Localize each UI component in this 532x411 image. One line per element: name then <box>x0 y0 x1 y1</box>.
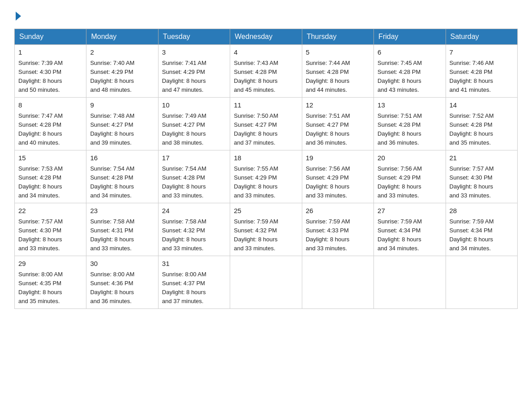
calendar-week-row: 22Sunrise: 7:57 AMSunset: 4:30 PMDayligh… <box>15 203 518 256</box>
day-number: 23 <box>90 206 154 216</box>
day-number: 15 <box>18 153 82 163</box>
day-number: 12 <box>306 100 370 111</box>
day-info: Sunrise: 7:49 AMSunset: 4:27 PMDaylight:… <box>162 111 226 148</box>
logo-blue-part <box>14 11 21 21</box>
day-number: 22 <box>18 206 82 216</box>
day-info: Sunrise: 7:58 AMSunset: 4:32 PMDaylight:… <box>162 217 226 253</box>
day-info: Sunrise: 7:53 AMSunset: 4:28 PMDaylight:… <box>18 164 82 201</box>
day-number: 14 <box>450 100 514 111</box>
calendar-cell: 22Sunrise: 7:57 AMSunset: 4:30 PMDayligh… <box>15 203 86 256</box>
day-info: Sunrise: 7:54 AMSunset: 4:28 PMDaylight:… <box>90 164 154 201</box>
calendar-cell: 20Sunrise: 7:56 AMSunset: 4:29 PMDayligh… <box>374 150 446 203</box>
calendar-cell: 8Sunrise: 7:47 AMSunset: 4:28 PMDaylight… <box>15 98 86 150</box>
day-info: Sunrise: 7:51 AMSunset: 4:27 PMDaylight:… <box>306 111 370 148</box>
day-info: Sunrise: 7:52 AMSunset: 4:28 PMDaylight:… <box>450 111 514 148</box>
calendar-cell: 13Sunrise: 7:51 AMSunset: 4:28 PMDayligh… <box>374 98 446 150</box>
calendar-cell: 17Sunrise: 7:54 AMSunset: 4:28 PMDayligh… <box>158 150 230 203</box>
day-number: 2 <box>90 47 154 58</box>
day-info: Sunrise: 7:47 AMSunset: 4:28 PMDaylight:… <box>18 111 82 148</box>
logo <box>14 11 21 21</box>
day-info: Sunrise: 7:51 AMSunset: 4:28 PMDaylight:… <box>378 111 442 148</box>
day-number: 13 <box>378 100 442 111</box>
calendar-header-row: SundayMondayTuesdayWednesdayThursdayFrid… <box>15 29 518 45</box>
day-info: Sunrise: 7:45 AMSunset: 4:28 PMDaylight:… <box>378 59 442 95</box>
day-number: 27 <box>378 206 442 216</box>
day-info: Sunrise: 7:57 AMSunset: 4:30 PMDaylight:… <box>450 164 514 201</box>
calendar-cell: 21Sunrise: 7:57 AMSunset: 4:30 PMDayligh… <box>446 150 517 203</box>
calendar-header-tuesday: Tuesday <box>158 29 230 45</box>
day-info: Sunrise: 7:44 AMSunset: 4:28 PMDaylight:… <box>306 59 370 95</box>
calendar-cell: 3Sunrise: 7:41 AMSunset: 4:29 PMDaylight… <box>158 45 230 98</box>
day-number: 1 <box>18 47 82 58</box>
calendar-cell: 14Sunrise: 7:52 AMSunset: 4:28 PMDayligh… <box>446 98 517 150</box>
day-number: 25 <box>234 206 298 216</box>
calendar-cell: 29Sunrise: 8:00 AMSunset: 4:35 PMDayligh… <box>15 256 86 309</box>
day-info: Sunrise: 7:59 AMSunset: 4:34 PMDaylight:… <box>378 217 442 253</box>
calendar-cell: 15Sunrise: 7:53 AMSunset: 4:28 PMDayligh… <box>15 150 86 203</box>
calendar-cell: 2Sunrise: 7:40 AMSunset: 4:29 PMDaylight… <box>86 45 158 98</box>
day-number: 21 <box>450 153 514 163</box>
calendar-table: SundayMondayTuesdayWednesdayThursdayFrid… <box>14 29 518 309</box>
calendar-cell: 27Sunrise: 7:59 AMSunset: 4:34 PMDayligh… <box>374 203 446 256</box>
calendar-week-row: 29Sunrise: 8:00 AMSunset: 4:35 PMDayligh… <box>15 256 518 309</box>
calendar-header-friday: Friday <box>374 29 446 45</box>
day-info: Sunrise: 7:59 AMSunset: 4:34 PMDaylight:… <box>450 217 514 253</box>
day-info: Sunrise: 7:59 AMSunset: 4:32 PMDaylight:… <box>234 217 298 253</box>
day-info: Sunrise: 7:43 AMSunset: 4:28 PMDaylight:… <box>234 59 298 95</box>
day-info: Sunrise: 7:48 AMSunset: 4:27 PMDaylight:… <box>90 111 154 148</box>
calendar-header-wednesday: Wednesday <box>230 29 302 45</box>
day-info: Sunrise: 7:56 AMSunset: 4:29 PMDaylight:… <box>306 164 370 201</box>
calendar-cell: 26Sunrise: 7:59 AMSunset: 4:33 PMDayligh… <box>302 203 373 256</box>
day-info: Sunrise: 7:40 AMSunset: 4:29 PMDaylight:… <box>90 59 154 95</box>
logo-arrow-icon <box>16 12 21 21</box>
day-info: Sunrise: 7:59 AMSunset: 4:33 PMDaylight:… <box>306 217 370 253</box>
calendar-cell: 19Sunrise: 7:56 AMSunset: 4:29 PMDayligh… <box>302 150 373 203</box>
day-number: 5 <box>306 47 370 58</box>
calendar-cell: 4Sunrise: 7:43 AMSunset: 4:28 PMDaylight… <box>230 45 302 98</box>
calendar-cell <box>374 256 446 309</box>
day-number: 6 <box>378 47 442 58</box>
day-info: Sunrise: 7:54 AMSunset: 4:28 PMDaylight:… <box>162 164 226 201</box>
calendar-cell: 7Sunrise: 7:46 AMSunset: 4:28 PMDaylight… <box>446 45 517 98</box>
day-number: 8 <box>18 100 82 111</box>
calendar-header-saturday: Saturday <box>446 29 517 45</box>
calendar-cell: 9Sunrise: 7:48 AMSunset: 4:27 PMDaylight… <box>86 98 158 150</box>
day-info: Sunrise: 8:00 AMSunset: 4:35 PMDaylight:… <box>18 270 82 306</box>
day-number: 24 <box>162 206 226 216</box>
calendar-cell: 10Sunrise: 7:49 AMSunset: 4:27 PMDayligh… <box>158 98 230 150</box>
day-number: 31 <box>162 259 226 269</box>
day-info: Sunrise: 8:00 AMSunset: 4:36 PMDaylight:… <box>90 270 154 306</box>
day-number: 19 <box>306 153 370 163</box>
day-number: 10 <box>162 100 226 111</box>
calendar-header-monday: Monday <box>86 29 158 45</box>
day-info: Sunrise: 8:00 AMSunset: 4:37 PMDaylight:… <box>162 270 226 306</box>
day-info: Sunrise: 7:39 AMSunset: 4:30 PMDaylight:… <box>18 59 82 95</box>
calendar-cell: 6Sunrise: 7:45 AMSunset: 4:28 PMDaylight… <box>374 45 446 98</box>
day-number: 11 <box>234 100 298 111</box>
calendar-cell: 24Sunrise: 7:58 AMSunset: 4:32 PMDayligh… <box>158 203 230 256</box>
day-info: Sunrise: 7:46 AMSunset: 4:28 PMDaylight:… <box>450 59 514 95</box>
calendar-week-row: 8Sunrise: 7:47 AMSunset: 4:28 PMDaylight… <box>15 98 518 150</box>
calendar-cell: 23Sunrise: 7:58 AMSunset: 4:31 PMDayligh… <box>86 203 158 256</box>
day-info: Sunrise: 7:57 AMSunset: 4:30 PMDaylight:… <box>18 217 82 253</box>
day-info: Sunrise: 7:50 AMSunset: 4:27 PMDaylight:… <box>234 111 298 148</box>
calendar-header-thursday: Thursday <box>302 29 373 45</box>
day-number: 16 <box>90 153 154 163</box>
calendar-cell: 18Sunrise: 7:55 AMSunset: 4:29 PMDayligh… <box>230 150 302 203</box>
calendar-week-row: 1Sunrise: 7:39 AMSunset: 4:30 PMDaylight… <box>15 45 518 98</box>
day-info: Sunrise: 7:58 AMSunset: 4:31 PMDaylight:… <box>90 217 154 253</box>
day-number: 4 <box>234 47 298 58</box>
calendar-cell: 31Sunrise: 8:00 AMSunset: 4:37 PMDayligh… <box>158 256 230 309</box>
day-number: 26 <box>306 206 370 216</box>
day-number: 29 <box>18 259 82 269</box>
day-info: Sunrise: 7:56 AMSunset: 4:29 PMDaylight:… <box>378 164 442 201</box>
calendar-cell: 28Sunrise: 7:59 AMSunset: 4:34 PMDayligh… <box>446 203 517 256</box>
calendar-cell: 11Sunrise: 7:50 AMSunset: 4:27 PMDayligh… <box>230 98 302 150</box>
day-number: 20 <box>378 153 442 163</box>
calendar-week-row: 15Sunrise: 7:53 AMSunset: 4:28 PMDayligh… <box>15 150 518 203</box>
day-number: 7 <box>450 47 514 58</box>
calendar-cell: 30Sunrise: 8:00 AMSunset: 4:36 PMDayligh… <box>86 256 158 309</box>
calendar-cell: 16Sunrise: 7:54 AMSunset: 4:28 PMDayligh… <box>86 150 158 203</box>
page-header <box>14 11 518 21</box>
day-number: 17 <box>162 153 226 163</box>
